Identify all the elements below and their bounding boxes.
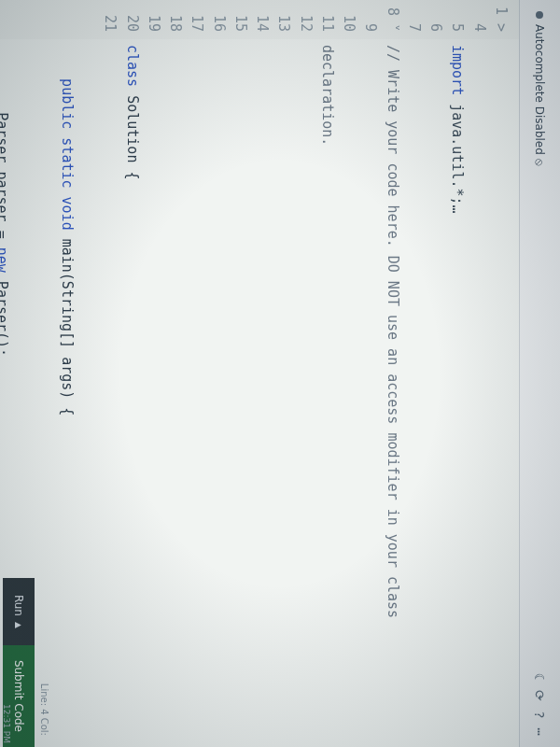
caret-up-icon: ▲	[14, 622, 23, 628]
clock: 12:31 PM	[2, 704, 11, 743]
refresh-icon[interactable]: ⟳	[533, 690, 548, 701]
more-icon[interactable]: ⋯	[533, 728, 548, 736]
theme-icon[interactable]: ☾	[533, 673, 548, 681]
help-icon[interactable]: ?	[533, 711, 548, 718]
code-body[interactable]: import java.util.*;… // Write your code …	[0, 39, 519, 747]
line-col-status: Line: 4 Col:	[39, 684, 49, 736]
run-button[interactable]: Run ▲	[3, 578, 35, 645]
line-gutter: 1 > 4 5 6 7 8 ˅ 9 10 11 12 13 14 15 16 1…	[0, 0, 519, 39]
autocomplete-status: Autocomplete Disabled ⦸	[534, 11, 547, 166]
code-editor[interactable]: 1 > 4 5 6 7 8 ˅ 9 10 11 12 13 14 15 16 1…	[0, 0, 519, 747]
